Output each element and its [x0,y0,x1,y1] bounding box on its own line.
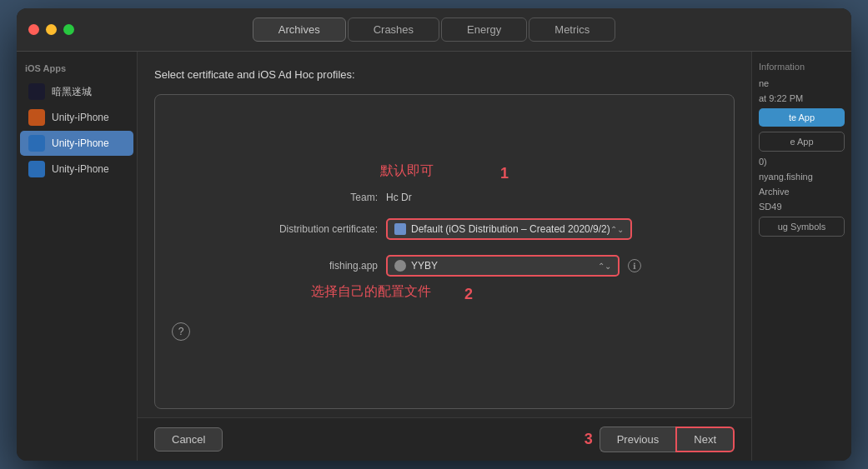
profile-chevron-icon: ⌃⌄ [598,262,611,271]
annotation-number-1: 1 [500,165,509,182]
sidebar-label-1: Unity-iPhone [52,112,109,123]
nav-buttons: Previous Next [600,427,735,452]
profile-select-text: YYBY [411,260,438,272]
maximize-button[interactable] [63,24,74,35]
profile-label: fishing.app [244,260,378,272]
tab-energy[interactable]: Energy [441,17,527,42]
center-panel: Select certificate and iOS Ad Hoc profil… [138,52,751,461]
annotation-row-2: 选择自己的配置文件 2 [311,283,711,306]
next-button[interactable]: Next [675,427,735,452]
app-icon-2 [28,135,45,152]
sidebar-label-0: 暗黑迷城 [52,85,92,99]
main-window: Archives Crashes Energy Metrics iOS Apps… [17,8,851,461]
tab-crashes[interactable]: Crashes [348,17,439,42]
dialog-area: Select certificate and iOS Ad Hoc profil… [138,52,751,417]
app-icon-1 [28,109,45,126]
right-info-line1: ne [759,78,845,88]
tab-metrics[interactable]: Metrics [529,17,615,42]
sidebar-item-0[interactable]: 暗黑迷城 [20,79,133,104]
right-info-title: Information [759,60,845,73]
annotation-text-2: 选择自己的配置文件 [311,283,431,301]
annotation-number-2: 2 [464,286,473,303]
minimize-button[interactable] [46,24,57,35]
right-info-line2: at 9:22 PM [759,93,845,103]
annotation-text-1: 默认即可 [380,162,434,180]
team-row: Team: Hc Dr [244,192,645,203]
right-info-line3: 0) [759,157,845,167]
cert-label: Distribution certificate: [244,223,378,235]
cert-select-text: Default (iOS Distribution – Created 2020… [411,223,610,235]
sidebar-label-2: Unity-iPhone [52,137,109,149]
tab-archives[interactable]: Archives [253,17,346,42]
main-content: iOS Apps 暗黑迷城 Unity-iPhone Unity-iPhone … [17,52,851,461]
cert-row: Distribution certificate: Default (iOS D… [244,218,645,240]
titlebar: Archives Crashes Energy Metrics [17,8,851,52]
right-btn-3[interactable]: ug Symbols [759,217,845,237]
team-value: Hc Dr [386,192,412,203]
app-icon-3 [28,161,45,177]
right-btn-1[interactable]: te App [759,108,845,127]
cancel-button[interactable]: Cancel [154,427,223,452]
sidebar-item-3[interactable]: Unity-iPhone [20,157,133,182]
dialog-title: Select certificate and iOS Ad Hoc profil… [154,68,735,81]
profile-info-icon[interactable]: ℹ [628,259,641,272]
help-button[interactable]: ? [172,322,190,341]
nav-area: 3 Previous Next [585,427,735,452]
right-info-line6: SD49 [759,202,845,212]
dialog-box: 默认即可 1 Team: Hc Dr Distribution certific… [154,94,735,409]
right-info-line5: Archive [759,187,845,197]
form-area: Team: Hc Dr Distribution certificate: De… [244,192,645,277]
cert-chevron-icon: ⌃⌄ [610,225,624,234]
cert-icon [394,223,406,235]
traffic-lights [28,24,74,35]
annotation-number-3: 3 [585,431,593,448]
close-button[interactable] [28,24,39,35]
sidebar-section-title: iOS Apps [17,60,137,78]
right-btn-2[interactable]: e App [759,132,845,152]
tab-bar: Archives Crashes Energy Metrics [252,17,616,42]
app-icon-0 [28,83,45,100]
annotation-top-row: 默认即可 1 [380,162,509,185]
sidebar-item-1[interactable]: Unity-iPhone [20,105,133,130]
previous-button[interactable]: Previous [600,427,676,452]
profile-select[interactable]: YYBY ⌃⌄ [386,255,620,277]
right-panel: Information ne at 9:22 PM te App e App 0… [751,52,851,461]
sidebar-item-2[interactable]: Unity-iPhone [20,131,133,156]
cert-select[interactable]: Default (iOS Distribution – Created 2020… [386,218,632,240]
sidebar: iOS Apps 暗黑迷城 Unity-iPhone Unity-iPhone … [17,52,138,461]
profile-icon [394,260,406,272]
right-info-line4: nyang.fishing [759,172,845,182]
profile-row: fishing.app YYBY ⌃⌄ ℹ [244,255,645,277]
bottom-bar: Cancel 3 Previous Next [138,417,751,461]
sidebar-label-3: Unity-iPhone [52,163,109,175]
team-label: Team: [244,192,378,203]
